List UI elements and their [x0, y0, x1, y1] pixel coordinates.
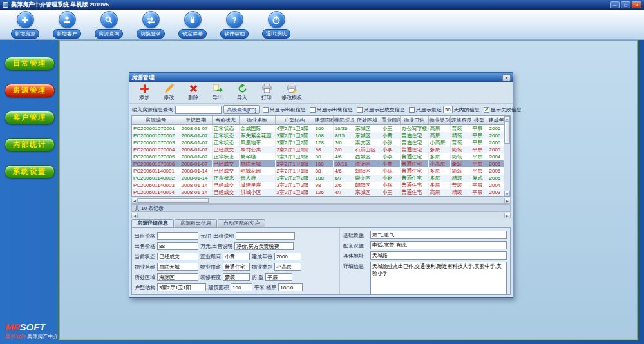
- detail-tab[interactable]: 房源详细信息: [131, 219, 174, 227]
- field-label: 出租价格: [135, 233, 155, 240]
- checkbox-icon[interactable]: [409, 107, 415, 113]
- column-header[interactable]: 当前状态: [212, 116, 239, 124]
- field-input[interactable]: [157, 273, 198, 281]
- sidebar-item[interactable]: 房源管理: [5, 84, 55, 97]
- sidebar-item[interactable]: 日常管理: [5, 57, 55, 70]
- column-header[interactable]: 物业类别: [428, 116, 450, 124]
- scroll-up-icon[interactable]: [504, 116, 510, 122]
- field-input[interactable]: [370, 262, 507, 295]
- dialog-close-button[interactable]: [502, 74, 511, 81]
- detail-row: 配套设施: [343, 241, 507, 249]
- vertical-scrollbar[interactable]: [504, 116, 510, 196]
- toolbar-button[interactable]: 新增房源: [9, 11, 41, 39]
- field-input[interactable]: [236, 232, 295, 240]
- field-input[interactable]: [223, 263, 250, 271]
- cell: 西城区: [354, 153, 381, 160]
- table-row[interactable]: PC2006010700012008-01-07正常状态金成国际4室2厅1卫1阳…: [132, 124, 508, 132]
- column-header[interactable]: 房源编号: [132, 116, 180, 124]
- field-input[interactable]: [223, 253, 250, 260]
- dialog-tool-button[interactable]: 删除: [184, 83, 203, 101]
- table-row[interactable]: PC2006010700022008-01-07正常状态东关紫金花园3室2厅1卫…: [132, 132, 508, 139]
- field-input[interactable]: [274, 263, 301, 271]
- column-header[interactable]: 物业用途: [400, 116, 428, 124]
- dialog-titlebar[interactable]: 房源管理: [129, 73, 513, 82]
- days-input[interactable]: [443, 106, 453, 113]
- filter-checkbox[interactable]: 只显示最近天内的信息: [409, 106, 480, 113]
- vscroll-thumb[interactable]: [504, 122, 510, 144]
- detail-tab[interactable]: 自动区配的客户: [218, 219, 265, 227]
- horizontal-scrollbar-2[interactable]: [131, 213, 511, 218]
- field-input[interactable]: [370, 241, 507, 249]
- column-header[interactable]: 装修程度: [450, 116, 471, 124]
- field-input[interactable]: [231, 283, 252, 291]
- search-input[interactable]: [175, 106, 222, 114]
- scroll-left-icon[interactable]: [132, 213, 138, 218]
- field-input[interactable]: [234, 242, 294, 250]
- advanced-search-button[interactable]: 高级查询[F3]: [223, 105, 260, 114]
- filter-checkbox[interactable]: 只显示出租信息: [263, 106, 306, 113]
- checkbox-icon[interactable]: [310, 107, 316, 113]
- table-row[interactable]: PC2006011400012008-01-14已经成交明城花园2室2厅1卫1阳…: [132, 167, 508, 175]
- column-header[interactable]: 登记日期: [180, 116, 212, 124]
- maximize-button[interactable]: [621, 1, 630, 8]
- field-input[interactable]: [157, 242, 198, 250]
- field-input[interactable]: [223, 273, 250, 281]
- checkbox-icon[interactable]: [357, 107, 363, 113]
- field-input[interactable]: [274, 253, 301, 260]
- toolbar-button[interactable]: ?软件帮助: [218, 11, 251, 39]
- column-header[interactable]: 物业名称: [239, 116, 275, 124]
- field-label: 万元,出售说明: [200, 243, 232, 250]
- horizontal-scrollbar[interactable]: [131, 198, 511, 204]
- scroll-left-icon[interactable]: [132, 198, 138, 203]
- checkbox-icon[interactable]: [263, 107, 269, 113]
- field-input[interactable]: [157, 263, 198, 271]
- toolbar-button[interactable]: 切换登录: [135, 11, 167, 39]
- toolbar-button[interactable]: 退出系统: [260, 11, 292, 39]
- field-input[interactable]: [370, 231, 507, 239]
- sidebar-item[interactable]: 客户管理: [5, 111, 55, 124]
- column-header[interactable]: 所处区域: [354, 116, 381, 124]
- table-row[interactable]: PC2006011400032008-01-14已经成交城建星座3室2厅1卫2阳…: [132, 182, 508, 189]
- filter-checkbox[interactable]: 只显示出售信息: [310, 106, 353, 113]
- dialog-tool-button[interactable]: 修改: [159, 83, 178, 101]
- checkbox-icon[interactable]: ✓: [484, 107, 489, 113]
- field-input[interactable]: [370, 251, 507, 260]
- cell: 东城区: [354, 189, 381, 196]
- dialog-tool-button[interactable]: 导出: [208, 83, 227, 101]
- field-input[interactable]: [157, 232, 198, 240]
- table-row[interactable]: PC2006010700052008-01-07正常状态繁华楼1室1厅1卫1阳8…: [132, 153, 508, 160]
- field-input[interactable]: [157, 253, 198, 260]
- dialog-tool-button[interactable]: 打印: [257, 83, 276, 101]
- scroll-right-icon[interactable]: [504, 198, 510, 203]
- column-header[interactable]: 楼层/总层: [333, 116, 354, 124]
- scroll-down-icon[interactable]: [504, 191, 510, 196]
- dialog-tool-button[interactable]: 添加: [135, 83, 154, 101]
- filter-checkbox[interactable]: 只显示已成交信息: [357, 106, 405, 113]
- column-header[interactable]: 楼型: [471, 116, 488, 124]
- table-row[interactable]: PC2006011400042008-01-14已经成交洪城小区2室2厅1卫1阳…: [132, 189, 508, 196]
- table-row[interactable]: PC2006010700032008-01-07正常状态凤凰地带3室2厅1卫2阳…: [132, 139, 508, 146]
- toolbar-button[interactable]: 房源查询: [93, 11, 125, 39]
- field-input[interactable]: [265, 273, 292, 281]
- toolbar-button[interactable]: 锁定屏幕: [176, 11, 209, 39]
- detail-tab[interactable]: 房源租出信息: [175, 219, 217, 227]
- dialog-tool-button[interactable]: 导入: [232, 83, 252, 101]
- table-row[interactable]: PC2006011400022008-01-14正常状态贵人府3室2厅2卫2阳1…: [132, 175, 508, 182]
- toolbar-button[interactable]: 新增客户: [51, 11, 83, 39]
- minimize-button[interactable]: [610, 1, 620, 8]
- close-button[interactable]: [632, 1, 641, 8]
- dialog-tool-button[interactable]: 修改模板: [281, 83, 302, 101]
- column-header[interactable]: 置业顾问: [381, 116, 400, 124]
- field-input[interactable]: [278, 283, 303, 291]
- table-row[interactable]: PC2006010700042008-01-07已经成交翠竹公寓2室2厅1卫1阳…: [132, 146, 508, 153]
- hscroll-thumb[interactable]: [138, 198, 209, 203]
- filter-checkbox[interactable]: ✓显示失效信息: [484, 106, 522, 113]
- cell: 普装: [450, 124, 471, 132]
- table-row[interactable]: PC2006010700062008-01-07已经成交昌联天城3室2厅1卫1阳…: [132, 160, 508, 167]
- field-input[interactable]: [157, 283, 206, 291]
- column-header[interactable]: 户型结构: [275, 116, 314, 124]
- sidebar-item[interactable]: 系统设置: [5, 165, 55, 178]
- sidebar-item[interactable]: 内部统计: [5, 138, 55, 151]
- scroll-right-icon[interactable]: [504, 213, 510, 218]
- column-header[interactable]: 建筑面积: [314, 116, 333, 124]
